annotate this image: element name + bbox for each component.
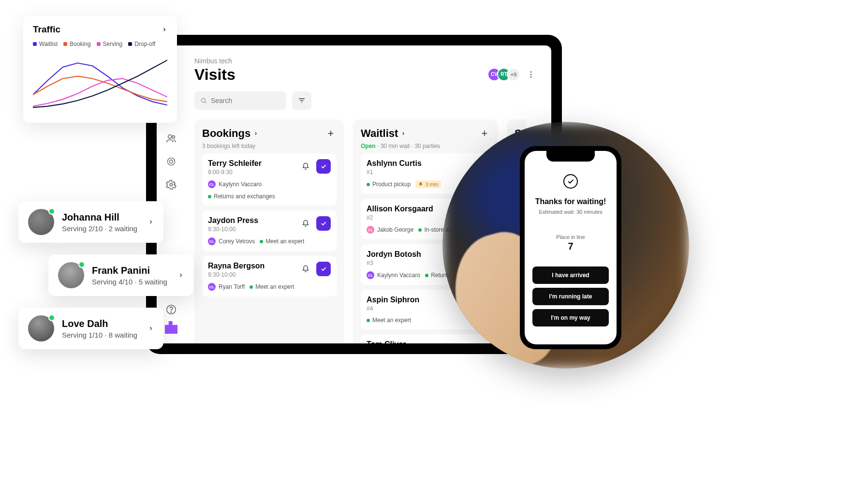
staff-sub: Serving 4/10 · 5 waiting [92,278,167,286]
service-tag: Product pickup [367,181,411,188]
tag-label: Meet an expert [255,283,294,290]
staff-initials: CL [208,180,216,188]
bell-icon [418,182,423,187]
staff-sub: Serving 1/10 · 8 waiting [62,331,137,339]
phone-arrived-button[interactable]: I have arrived [532,267,609,284]
card-name: Terry Schleifer [208,159,262,168]
complete-button[interactable] [316,216,331,231]
phone-frame: Thanks for waiting! Estimated wait: 30 m… [520,146,621,349]
staff-initials: CL [208,237,216,245]
help-icon[interactable] [165,304,177,315]
svg-point-4 [170,183,173,186]
notify-button[interactable] [471,340,485,343]
phone-screen: Thanks for waiting! Estimated wait: 30 m… [525,151,617,344]
staff-avatar [28,315,54,341]
search-input-wrapper[interactable] [194,91,286,110]
staff-card[interactable]: Johanna Hill Serving 2/10 · 2 waiting [18,201,163,243]
svg-point-6 [171,312,171,312]
notify-button[interactable] [299,217,312,230]
staff-initials: CL [367,271,374,279]
status-dot [425,274,428,277]
search-input[interactable] [211,97,280,104]
legend-dot [97,42,101,46]
notify-button[interactable] [299,160,312,173]
legend-item: Drop-off [128,41,155,47]
complete-button[interactable] [316,262,331,276]
card-name: Ashlynn Curtis [367,159,422,168]
waitlist-subtitle: Open · 30 min wait · 30 parties [361,143,490,149]
card-time: 9:30-10:00 [208,226,258,233]
svg-point-2 [168,158,175,165]
chevron-right-icon [178,272,184,278]
tag-label: Returns and exchanges [214,193,275,200]
warning-pill: 3 min [415,180,441,188]
bookings-title[interactable]: Bookings [202,127,258,140]
staff-name-label: Corey Vetrovs [219,238,255,245]
avatar-more[interactable]: +9 [507,68,520,81]
staff-card[interactable]: Love Dalh Serving 1/10 · 8 waiting [18,308,163,349]
chart-series [33,76,167,102]
service-tag: Meet an expert [260,238,304,245]
card-name: Rayna Bergson [208,262,265,270]
svg-point-3 [170,160,173,163]
status-dot [367,183,370,186]
phone-onway-button[interactable]: I'm on my way [532,309,609,326]
bookings-subtitle: 3 bookings left today [202,143,337,149]
avatar-stack[interactable]: CV RT +9 [491,68,520,81]
card-name: Aspin Siphron [367,296,419,304]
card-position: #2 [367,214,433,221]
brand-logo-icon [165,321,177,334]
svg-point-9 [530,76,532,77]
svg-point-1 [172,136,175,139]
booking-card[interactable]: Rayna Bergson 9:30-10:00 CLRyan Torff Me… [202,256,337,296]
target-icon[interactable] [165,156,177,167]
phone-preview: Thanks for waiting! Estimated wait: 30 m… [442,122,689,369]
notify-button[interactable] [299,262,312,276]
chevron-right-icon [253,131,258,136]
waitlist-status: Open [361,143,376,149]
traffic-chart [33,54,167,112]
org-name: Nimbus tech [194,57,538,65]
staff-name: Love Dalh [62,318,137,329]
page-title: Visits [194,66,235,84]
staff-chip: CLJakob George [367,226,413,234]
filter-icon [298,97,306,104]
staff-avatar [58,262,84,288]
staff-chip: CLKaylynn Vaccaro [367,271,420,279]
legend-item: Waitlist [33,41,58,47]
legend-dot [33,42,37,46]
staff-card[interactable]: Frank Panini Serving 4/10 · 5 waiting [48,254,193,296]
gear-icon[interactable] [165,179,177,191]
complete-button[interactable] [316,159,331,174]
add-waitlist-button[interactable]: + [479,128,490,139]
waitlist-title[interactable]: Waitlist [361,127,406,140]
column-title-label: Waitlist [361,127,398,140]
people-icon[interactable] [165,133,177,144]
phone-place-label: Place in line [556,234,585,240]
card-name: Allison Korsgaard [367,205,433,213]
phone-buttons: I have arrived I'm running late I'm on m… [532,267,609,326]
legend-dot [63,42,67,46]
more-menu-button[interactable] [524,68,538,81]
card-time: 9:00-9:30 [208,169,262,176]
chart-series [33,78,167,106]
presence-dot [78,261,85,268]
phone-late-button[interactable]: I'm running late [532,288,609,305]
waitlist-sub-text: · 30 min wait · 30 parties [377,143,440,149]
add-booking-button[interactable]: + [325,128,337,139]
staff-name-label: Kaylynn Vaccaro [219,181,262,188]
booking-card[interactable]: Jaydon Press 9:30-10:00 CLCorey Vetrovs … [202,210,337,251]
status-dot [208,195,211,198]
legend-label: Drop-off [134,41,155,47]
filter-button[interactable] [292,91,311,110]
chart-series [33,63,167,105]
staff-name-label: Jakob George [377,226,413,233]
staff-initials: CL [208,283,216,291]
staff-initials: CL [367,226,374,234]
booking-card[interactable]: Terry Schleifer 9:00-9:30 CLKaylynn Vacc… [202,153,337,206]
card-name: Tom Cliver [367,340,406,343]
staff-chip: CLCorey Vetrovs [208,237,255,245]
legend-item: Booking [63,41,90,47]
waitlist-card[interactable]: Tom Cliver #5 Product pickup [361,334,490,343]
traffic-card[interactable]: Traffic WaitlistBookingServingDrop-off [23,15,177,123]
